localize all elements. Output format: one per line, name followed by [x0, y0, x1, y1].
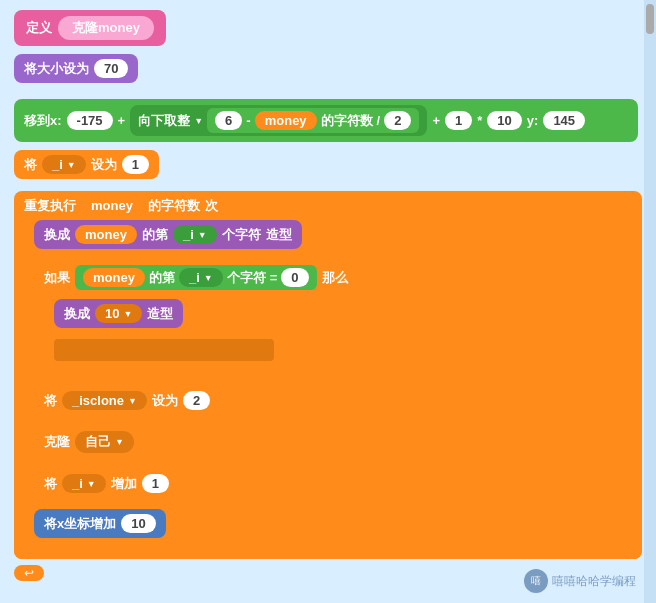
- clone-label: 克隆: [44, 433, 70, 451]
- set-i-set: 将: [24, 156, 37, 174]
- set-isclone-block[interactable]: 将 _isclone 设为 2: [34, 386, 220, 415]
- scrollbar[interactable]: [644, 0, 656, 603]
- set-isclone-var[interactable]: _isclone: [62, 391, 147, 410]
- floor-div: /: [377, 113, 381, 128]
- inc-set: 将: [44, 475, 57, 493]
- look1-char: 个字符: [222, 226, 261, 244]
- if-block[interactable]: 如果 money 的第 _i 个字符 = 0 那么: [34, 260, 642, 380]
- floor-dropdown-arrow[interactable]: ▼: [194, 116, 203, 126]
- workspace: 定义 克隆money 将大小设为 70 移到x: -175 + 向下取整 ▼ 6…: [0, 0, 656, 597]
- move-y-label: y:: [527, 113, 539, 128]
- look1-var[interactable]: _i: [173, 225, 217, 244]
- move-val1[interactable]: 1: [445, 111, 472, 130]
- move-multiply: *: [477, 113, 482, 128]
- set-size-label: 将大小设为: [24, 60, 89, 78]
- if-val[interactable]: 0: [281, 268, 308, 287]
- changex-label: 将x坐标增加: [44, 515, 116, 533]
- if-of: 的第: [149, 269, 175, 287]
- floor-val6[interactable]: 6: [215, 111, 242, 130]
- set-size-block[interactable]: 将大小设为 70: [14, 54, 138, 83]
- look1-block[interactable]: 换成 money 的第 _i 个字符 造型: [34, 220, 302, 249]
- define-block[interactable]: 定义 克隆money: [14, 10, 166, 46]
- if-condition: money 的第 _i 个字符 = 0: [75, 265, 317, 290]
- inc-var[interactable]: _i: [62, 474, 106, 493]
- repeat-money[interactable]: money: [81, 196, 143, 215]
- clone-target[interactable]: 自己: [75, 431, 134, 453]
- repeat-footer: [14, 551, 642, 559]
- repeat-times: 次: [205, 197, 218, 215]
- repeat-str-len: 的字符数: [148, 197, 200, 215]
- if-var[interactable]: _i: [179, 268, 223, 287]
- logo-text: 嘻嘻哈哈学编程: [552, 573, 636, 590]
- look1-money[interactable]: money: [75, 225, 137, 244]
- clone-block[interactable]: 克隆 自己: [34, 426, 144, 458]
- logo-icon: 嘻: [524, 569, 548, 593]
- set-size-value[interactable]: 70: [94, 59, 128, 78]
- logo-area: 嘻 嘻嘻哈哈学编程: [524, 569, 636, 593]
- look2-costume: 造型: [147, 305, 173, 323]
- money-pill-move[interactable]: money: [255, 111, 317, 130]
- repeat-label: 重复执行: [24, 197, 76, 215]
- repeat-block[interactable]: 重复执行 money 的字符数 次 换成 money 的第 _i 个字符 造型: [14, 191, 642, 559]
- floor-label: 向下取整: [138, 112, 190, 130]
- if-then: 那么: [322, 269, 348, 287]
- set-isclone-to: 设为: [152, 392, 178, 410]
- set-i-to: 设为: [91, 156, 117, 174]
- inc-inc: 增加: [111, 475, 137, 493]
- look2-block[interactable]: 换成 10 造型: [54, 299, 183, 328]
- if-body: 换成 10 造型: [54, 295, 642, 372]
- inc-i-block[interactable]: 将 _i 增加 1: [34, 469, 179, 498]
- inc-val[interactable]: 1: [142, 474, 169, 493]
- move-val10[interactable]: 10: [487, 111, 521, 130]
- move-to-block[interactable]: 移到x: -175 + 向下取整 ▼ 6 - money 的字符数 / 2 + …: [14, 99, 638, 142]
- move-x-val[interactable]: -175: [67, 111, 113, 130]
- str-len-label: 的字符数: [321, 112, 373, 130]
- set-i-var[interactable]: _i: [42, 155, 86, 174]
- changex-val[interactable]: 10: [121, 514, 155, 533]
- look1-of: 的第: [142, 226, 168, 244]
- set-isclone-set: 将: [44, 392, 57, 410]
- set-i-block[interactable]: 将 _i 设为 1: [14, 150, 159, 179]
- floor-block[interactable]: 向下取整 ▼ 6 - money 的字符数 / 2: [130, 105, 427, 136]
- if-label: 如果: [44, 269, 70, 287]
- bottom-arrow: ↩: [14, 565, 44, 581]
- repeat-header: 重复执行 money 的字符数 次: [14, 191, 642, 220]
- look1-costume: 造型: [266, 226, 292, 244]
- define-inner: 克隆money: [58, 16, 154, 40]
- if-footer: [34, 372, 642, 380]
- if-header: 如果 money 的第 _i 个字符 = 0 那么: [34, 260, 642, 295]
- repeat-body: 换成 money 的第 _i 个字符 造型 如果 money 的第 _i: [34, 220, 642, 551]
- look1-label: 换成: [44, 226, 70, 244]
- set-i-val[interactable]: 1: [122, 155, 149, 174]
- if-eq: =: [270, 270, 278, 285]
- floor-val2[interactable]: 2: [384, 111, 411, 130]
- set-isclone-val[interactable]: 2: [183, 391, 210, 410]
- look2-label: 换成: [64, 305, 90, 323]
- move-label: 移到x:: [24, 112, 62, 130]
- move-plus2: +: [432, 113, 440, 128]
- floor-minus: -: [246, 113, 250, 128]
- if-money[interactable]: money: [83, 268, 145, 287]
- floor-expr: 6 - money 的字符数 / 2: [207, 108, 419, 133]
- scrollbar-thumb[interactable]: [646, 4, 654, 34]
- if-char: 个字符: [227, 269, 266, 287]
- look2-val[interactable]: 10: [95, 304, 142, 323]
- changex-block[interactable]: 将x坐标增加 10: [34, 509, 166, 538]
- define-label: 定义: [26, 19, 52, 37]
- move-y-val[interactable]: 145: [543, 111, 585, 130]
- move-plus1: +: [118, 113, 126, 128]
- placeholder-bar: [54, 339, 274, 361]
